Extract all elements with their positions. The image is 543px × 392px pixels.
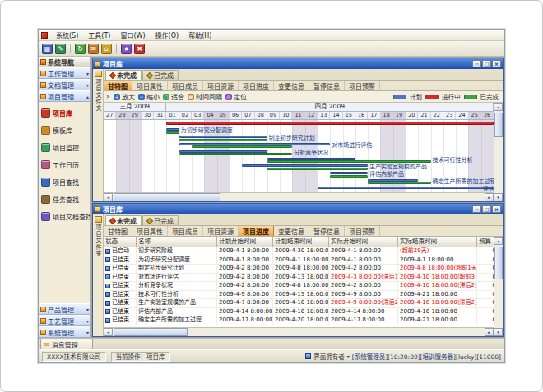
gantt-bar-actual[interactable] [267,160,431,163]
sidebar-item[interactable]: 任务查找 [41,191,90,207]
mail-icon[interactable]: ✉ [88,44,99,54]
detail-tab[interactable]: 变更信息 [274,81,309,90]
sidebar-item[interactable]: 项目监控 [41,140,90,155]
column-header[interactable]: 实际开始时间 [329,237,398,247]
sidebar-item[interactable]: 项目文档查找 [41,209,90,224]
gantt-bar-actual[interactable] [166,131,179,134]
close-button[interactable]: × [492,60,501,67]
scroll-left-icon[interactable]: ◂ [104,328,113,336]
detail-tab[interactable]: 项目成员 [168,81,203,90]
sidebar-item[interactable]: 项目查找 [41,174,90,190]
detail-tab[interactable]: 变更信息 [274,226,309,236]
gantt-tool[interactable]: ◎定位 [225,92,247,101]
owner-label[interactable]: 界面拥有者 [313,352,345,361]
view-tab[interactable]: 已完成 [142,70,179,80]
gantt-bar-actual[interactable] [179,139,267,141]
minimize-button[interactable]: ─ [472,205,481,213]
hscroll-thumb[interactable] [114,193,220,201]
gantt-vscrollbar[interactable]: ▴ ▾ [494,103,503,201]
sidebar-item[interactable]: 项目库 [41,105,90,121]
view-tab[interactable]: 未完成 [105,70,142,80]
project-folder-strip[interactable]: 项目文件夹 [93,69,104,201]
gantt-tool[interactable]: +放大 [114,92,135,101]
gantt-bar-actual[interactable] [179,153,293,155]
menu-item[interactable]: 工具(T) [83,30,115,40]
table-row[interactable]: 已结束对市场进行评估2009-4-2 8:00:002009-4-13 18:0… [104,274,494,283]
scroll-right-icon[interactable]: ▸ [485,193,494,201]
sidebar-group[interactable]: 产品管理▾ [39,303,90,315]
close-button[interactable]: × [492,205,501,213]
gantt-window-titlebar[interactable]: 项目库 ─ □ × [93,58,503,69]
detail-tab[interactable]: 项目属性 [132,226,168,236]
gantt-bar-plan[interactable] [166,128,179,131]
menu-item[interactable]: 窗口(W) [115,30,150,40]
gantt-bar-plan[interactable] [318,187,494,189]
detail-tab[interactable]: 暂停信息 [309,81,345,90]
scroll-down-icon[interactable]: ▾ [494,193,503,201]
detail-tab[interactable]: 项目预警 [345,81,380,90]
view-tab[interactable]: 已完成 [142,215,179,225]
table-vscrollbar[interactable]: ▴ ▾ [494,237,503,336]
gantt-bar-summary[interactable] [166,122,494,125]
detail-tab[interactable]: 甘特图 [104,81,132,90]
sidebar-item[interactable]: 工作日历 [41,157,90,173]
table-row[interactable]: 已结束确定生产所需的加工过程2009-4-17 8:00:002009-4-20… [104,316,494,325]
save-icon[interactable]: ▦ [42,44,53,54]
gantt-bar-actual[interactable] [368,182,430,184]
chevron-down-icon[interactable]: ▾ [347,353,350,359]
scroll-left-icon[interactable]: ◂ [104,193,113,201]
table-hscrollbar[interactable]: ◂ ▸ [104,327,494,336]
gantt-tool[interactable]: ◻适合 [163,92,184,101]
gantt-hscrollbar[interactable]: ◂ ▸ [104,192,494,201]
message-manager-tab[interactable]: ✉ 消息管理 [40,339,93,349]
detail-tab[interactable]: 项目资源 [203,226,239,236]
table-row[interactable]: 已结束生产实验室规模的产品2009-4-7 8:00:002009-4-16 1… [104,299,494,308]
scroll-right-icon[interactable]: ▸ [485,328,494,336]
sidebar-group[interactable]: 文档管理▾ [39,79,90,90]
sidebar-group[interactable]: 系统管理▾ [39,326,90,338]
table-row[interactable]: 已结束评估内部产品2009-4-14 8:00:002009-4-16 18:0… [104,308,494,317]
column-header[interactable]: 计划开始时间 [217,237,273,247]
gantt-tool[interactable]: ▦时间间隔 [188,92,222,101]
table-row[interactable]: 已结束为初步研究分配调度2009-4-1 8:00:002009-4-1 18:… [104,256,494,265]
gantt-bar-actual[interactable] [330,175,368,178]
menu-item[interactable]: 帮助(H) [183,30,216,40]
gantt-bar-plan[interactable] [179,136,267,138]
lock-icon[interactable]: ⌂ [101,44,112,54]
menu-item[interactable]: 系统(S) [51,30,83,40]
more-tools-icon[interactable]: » [106,93,110,100]
column-header[interactable]: 实际结束时间 [398,237,477,247]
hscroll-thumb[interactable] [114,328,188,336]
gantt-tool[interactable]: −缩小 [138,92,160,101]
refresh-icon[interactable]: ↻ [75,44,86,54]
sidebar-group[interactable]: 工艺管理▾ [39,315,90,326]
maximize-button[interactable]: □ [482,205,491,213]
detail-tab[interactable]: 项目进度 [239,81,274,90]
gantt-bar-plan[interactable] [242,164,368,167]
vscroll-thumb[interactable] [494,113,503,137]
table-row[interactable]: 已结束分析竞争状况2009-4-2 8:00:002009-4-8 18:00:… [104,282,494,291]
detail-tab[interactable]: 暂停信息 [309,226,345,236]
favorites-icon[interactable]: ★ [121,44,132,54]
gantt-body[interactable]: 为初步研究分配调度制定初步研究计划对市场进行评估分析竞争状况技术可行性分析生产实… [104,120,494,192]
detail-tab[interactable]: 项目资源 [203,81,239,90]
column-header[interactable]: 计划结束时间 [273,237,329,247]
table-row[interactable]: 已结束制定初步研究计划2009-4-2 8:00:002009-4-8 18:0… [104,265,494,274]
detail-tab[interactable]: 项目属性 [132,81,168,90]
maximize-button[interactable]: □ [482,60,491,67]
project-folder-strip[interactable]: 项目文件夹 [93,214,104,336]
minimize-button[interactable]: ─ [472,60,481,67]
gantt-bar-actual[interactable] [267,168,368,170]
gantt-bar-actual[interactable] [192,145,292,148]
view-tab[interactable]: 未完成 [105,215,142,225]
vscroll-thumb[interactable] [494,247,503,279]
detail-tab[interactable]: 项目进度 [239,226,274,236]
sidebar-group[interactable]: 工作管理▾ [39,67,90,79]
detail-tab[interactable]: 项目预警 [345,226,380,236]
scroll-up-icon[interactable]: ▴ [494,237,503,245]
sidebar-group[interactable]: 项目管理▴ [39,90,90,102]
menu-item[interactable]: 操作(O) [151,30,184,40]
scroll-up-icon[interactable]: ▴ [494,103,503,111]
table-row[interactable]: 已结束技术可行性分析2009-4-9 8:00:002009-4-15 18:0… [104,291,494,300]
edit-icon[interactable]: ✎ [55,44,66,54]
